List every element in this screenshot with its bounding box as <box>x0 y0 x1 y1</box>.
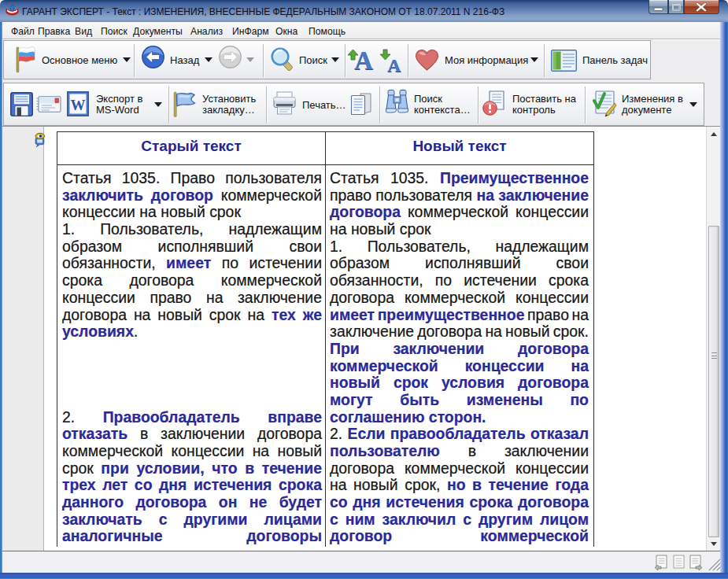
svg-text:W: W <box>71 97 86 113</box>
